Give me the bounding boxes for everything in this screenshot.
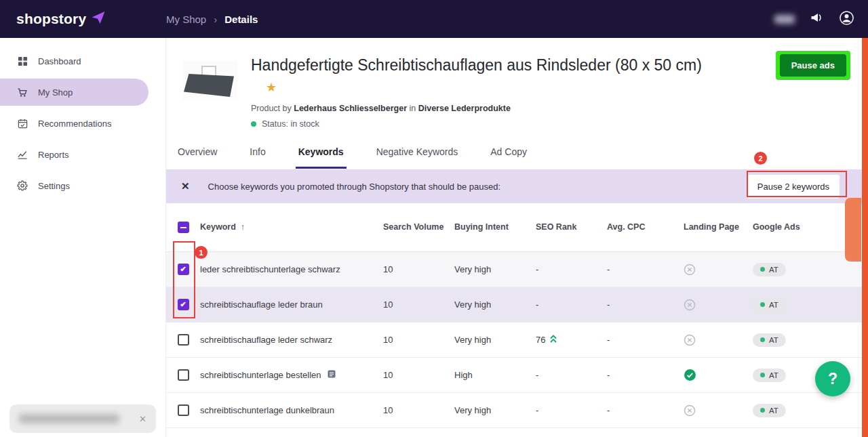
keyword-text: schreibtischauflage leder braun xyxy=(200,299,323,310)
topbar-actions xyxy=(774,10,868,28)
landing-page-crossed-icon xyxy=(678,299,743,311)
tab-keywords[interactable]: Keywords xyxy=(296,146,347,169)
blurred-text xyxy=(774,15,795,24)
google-ads-badge: AT xyxy=(753,263,786,276)
landing-page-check-icon xyxy=(678,369,743,381)
seo-rank-value: 76 xyxy=(536,335,545,345)
topbar: shopstory My Shop › Details xyxy=(0,0,868,38)
dashboard-icon xyxy=(17,56,28,66)
header-buying-intent: Buying Intent xyxy=(454,221,536,234)
tab-bar: Overview Info Keywords Negative Keywords… xyxy=(175,146,530,169)
close-icon[interactable]: ✕ xyxy=(181,180,190,192)
seo-rank-value: - xyxy=(536,264,607,274)
active-dot-icon xyxy=(760,302,765,307)
buying-intent-value: Very high xyxy=(454,335,536,345)
shopstory-logo[interactable]: shopstory xyxy=(0,9,159,28)
tab-info[interactable]: Info xyxy=(247,146,268,169)
sidebar-item-recommendations[interactable]: Recommendations xyxy=(0,110,165,137)
search-volume-value: 10 xyxy=(383,264,454,274)
header-landing-page: Landing Page xyxy=(678,221,743,234)
account-avatar-icon[interactable] xyxy=(839,10,854,28)
megaphone-icon[interactable] xyxy=(810,11,824,27)
seo-rank-value: - xyxy=(536,299,607,310)
page-title: Handgefertigte Schreibtischauflagen aus … xyxy=(251,56,766,75)
active-dot-icon xyxy=(760,408,765,413)
search-volume-value: 10 xyxy=(383,299,454,310)
search-volume-value: 10 xyxy=(383,370,454,380)
table-row: schreibtischunterlage dunkelbraun 10 Ver… xyxy=(166,393,863,428)
sidebar-item-my-shop[interactable]: My Shop xyxy=(0,79,149,106)
blurred-notification: ✕ xyxy=(9,404,156,433)
blurred-text xyxy=(19,414,119,423)
breadcrumb-separator: › xyxy=(214,14,217,25)
sidebar-item-label: Reports xyxy=(38,150,69,160)
tab-overview[interactable]: Overview xyxy=(175,146,220,169)
landing-page-crossed-icon xyxy=(678,334,743,346)
status-line: Status: in stock xyxy=(251,119,766,129)
sidebar-item-label: Recommendations xyxy=(38,119,111,129)
table-header-row: Keyword ↑ Search Volume Buying Intent SE… xyxy=(166,203,863,252)
google-ads-badge: AT xyxy=(753,369,786,382)
sidebar-item-reports[interactable]: Reports xyxy=(0,141,165,168)
buying-intent-value: Very high xyxy=(454,264,536,274)
avg-cpc-value: - xyxy=(607,405,678,415)
product-byline: Product by Lederhaus Schliesselberger in… xyxy=(251,104,766,113)
row-checkbox[interactable] xyxy=(178,404,189,416)
header-avg-cpc: Avg. CPC xyxy=(607,221,678,234)
buying-intent-value: High xyxy=(454,370,536,380)
seo-rank-value: - xyxy=(536,405,607,415)
keyword-text: schreibtischunterlage bestellen xyxy=(200,370,321,380)
row-checkbox[interactable] xyxy=(178,334,189,346)
search-volume-value: 10 xyxy=(383,405,454,415)
sidebar-item-settings[interactable]: Settings xyxy=(0,172,165,199)
help-button[interactable]: ? xyxy=(815,361,850,396)
banner-message: Choose keywords you promoted through Sho… xyxy=(208,182,500,192)
right-edge-strip xyxy=(862,38,868,437)
byline-infix: in xyxy=(409,104,416,113)
keyword-text: schreibtischunterlage dunkelbraun xyxy=(200,405,334,415)
active-dot-icon xyxy=(760,337,765,342)
tab-negative-keywords[interactable]: Negative Keywords xyxy=(374,146,461,169)
gear-icon xyxy=(17,180,28,191)
buying-intent-value: Very high xyxy=(454,299,536,310)
breadcrumb-parent[interactable]: My Shop xyxy=(166,14,206,25)
byline-prefix: Product by xyxy=(251,104,292,113)
row-checkbox[interactable] xyxy=(178,264,189,275)
active-dot-icon xyxy=(760,267,765,272)
main-content: Handgefertigte Schreibtischauflagen aus … xyxy=(166,38,868,437)
pause-keywords-banner: ✕ Choose keywords you promoted through S… xyxy=(166,169,863,203)
chart-line-icon xyxy=(17,150,28,159)
google-ads-badge: AT xyxy=(753,333,786,347)
rank-up-chevrons-icon xyxy=(549,334,557,346)
sidebar: Dashboard My Shop Recommendations xyxy=(0,38,166,437)
table-row: leder schreibtischunterlage schwarz 10 V… xyxy=(166,252,863,287)
keyword-text: leder schreibtischunterlage schwarz xyxy=(200,264,340,274)
product-title-block: Handgefertigte Schreibtischauflagen aus … xyxy=(251,56,766,129)
calendar-check-icon xyxy=(17,119,28,129)
row-checkbox[interactable] xyxy=(178,369,189,381)
google-ads-badge: AT xyxy=(753,404,786,417)
row-checkbox[interactable] xyxy=(178,299,189,310)
status-dot-icon xyxy=(251,121,256,127)
header-search-volume: Search Volume xyxy=(383,221,454,234)
tab-ad-copy[interactable]: Ad Copy xyxy=(488,146,530,169)
landing-page-crossed-icon xyxy=(678,404,743,417)
pause-ads-highlight: Pause ads xyxy=(776,51,850,80)
seo-rank-value: - xyxy=(536,370,607,380)
avg-cpc-value: - xyxy=(607,264,678,274)
status-text: Status: in stock xyxy=(262,119,319,129)
header-seo-rank: SEO Rank xyxy=(536,221,607,234)
table-row: schreibtischauflage leder schwarz 10 Ver… xyxy=(166,322,863,358)
pause-keywords-button[interactable]: Pause 2 keywords xyxy=(747,175,840,199)
note-icon[interactable] xyxy=(327,369,336,381)
select-all-checkbox[interactable] xyxy=(178,222,189,233)
sidebar-item-dashboard[interactable]: Dashboard xyxy=(0,47,165,75)
pause-ads-button[interactable]: Pause ads xyxy=(780,54,846,77)
close-icon[interactable]: ✕ xyxy=(139,414,146,424)
table-row: schreibtischunterlage bestellen 10 High … xyxy=(166,358,863,393)
feedback-side-tab[interactable] xyxy=(845,198,861,262)
sidebar-item-label: Dashboard xyxy=(38,56,81,66)
keywords-table: Keyword ↑ Search Volume Buying Intent SE… xyxy=(166,203,863,428)
header-keyword[interactable]: Keyword ↑ xyxy=(200,220,383,234)
sort-ascending-icon: ↑ xyxy=(241,220,245,234)
